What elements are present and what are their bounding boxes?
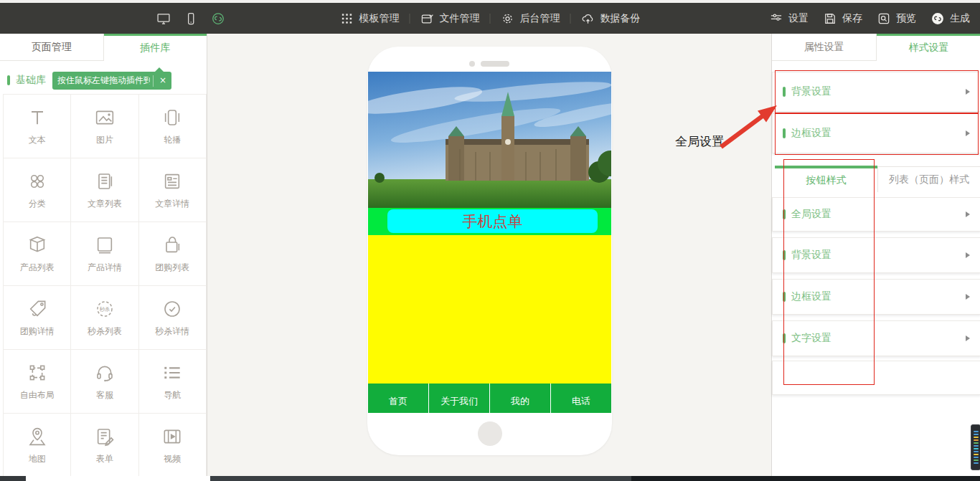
save-button[interactable]: 保存 (823, 11, 862, 26)
gear-icon (501, 11, 515, 26)
horizontal-scrollbar[interactable] (26, 476, 210, 481)
tab-attribute-settings[interactable]: 属性设置 (772, 34, 877, 61)
content-area-widget[interactable] (368, 235, 611, 384)
plugin-sidebar: 页面管理 插件库 基础库 按住鼠标左键拖动插件到页 × 文本 图片 轮播 (0, 34, 207, 476)
section-text-settings[interactable]: 文字设置 (772, 320, 980, 356)
tab-page-manage[interactable]: 页面管理 (0, 34, 104, 61)
plugin-item-video[interactable]: 视频 (139, 414, 207, 477)
free-layout-icon (26, 361, 49, 384)
plugin-item-image[interactable]: 图片 (71, 95, 138, 158)
action-label: 保存 (842, 12, 862, 25)
bottom-seg-gray (210, 476, 631, 481)
menu-file-manage[interactable]: 文件管理 (420, 11, 480, 26)
svg-text:秒杀: 秒杀 (100, 306, 110, 313)
plugin-item-article-list[interactable]: 文章列表 (71, 158, 138, 222)
chevron-right-icon (966, 252, 970, 258)
section-border-settings[interactable]: 边框设置 (772, 113, 980, 153)
plugin-item-seckill-list[interactable]: 秒杀 秒杀列表 (71, 286, 138, 350)
link-badge-icon[interactable] (211, 11, 225, 26)
seckill-detail-icon (161, 297, 184, 320)
nav-item-phone[interactable]: 电话 (550, 384, 611, 413)
section-background-settings[interactable]: 背景设置 (772, 72, 980, 112)
plugin-item-groupbuy-list[interactable]: 团购列表 (139, 222, 207, 286)
category-icon (26, 170, 49, 193)
tab-style-settings[interactable]: 样式设置 (877, 34, 980, 61)
green-bar-icon (783, 209, 786, 219)
mini-map-scrollbar[interactable] (971, 424, 980, 470)
image-icon (93, 106, 116, 129)
plugin-item-seckill-detail[interactable]: 秒杀详情 (139, 286, 207, 350)
section-global-settings[interactable]: 全局设置 (772, 197, 980, 232)
generate-button[interactable]: 生成 (930, 11, 970, 26)
section-button-background-settings[interactable]: 背景设置 (772, 237, 980, 273)
banner-image-widget[interactable] (368, 72, 611, 208)
menu-backend-manage[interactable]: 后台管理 (501, 11, 560, 26)
plugin-item-nav[interactable]: 导航 (139, 350, 207, 414)
plugin-item-map[interactable]: 地图 (4, 414, 71, 477)
phone-mockup: 手机点单 首页 关于我们 我的 电话 (367, 47, 612, 455)
save-icon (823, 11, 837, 26)
nav-item-mine[interactable]: 我的 (489, 384, 550, 413)
action-label: 生成 (950, 12, 970, 25)
cloud-upload-icon (581, 11, 595, 26)
top-toolbar: 模板管理 文件管理 后台管理 数据备份 (0, 3, 980, 34)
action-label: 设置 (788, 12, 809, 25)
parliament-photo (368, 72, 611, 208)
desktop-preview-icon[interactable] (156, 11, 171, 26)
nav-item-about[interactable]: 关于我们 (428, 384, 489, 413)
library-section-label: 基础库 (7, 74, 46, 87)
form-icon (93, 425, 116, 448)
mobile-preview-icon[interactable] (184, 11, 198, 26)
groupbuy-list-icon (161, 234, 184, 257)
design-canvas[interactable]: 手机点单 首页 关于我们 我的 电话 (207, 34, 771, 476)
file-icon (420, 11, 435, 26)
green-bar-icon (783, 128, 786, 138)
bottom-scrollbar-strip (0, 476, 980, 481)
grid-icon (340, 11, 354, 26)
title-bar-widget[interactable]: 手机点单 (368, 208, 611, 235)
toolbar-menu: 模板管理 文件管理 后台管理 数据备份 (340, 3, 641, 34)
sliders-icon (769, 11, 783, 26)
video-icon (161, 425, 184, 448)
page-title[interactable]: 手机点单 (387, 209, 598, 233)
menu-label: 文件管理 (440, 12, 480, 25)
tab-plugin-library[interactable]: 插件库 (104, 34, 207, 61)
action-label: 预览 (896, 12, 916, 25)
green-bar-icon (783, 292, 786, 302)
article-list-icon (93, 170, 116, 193)
tab-button-style[interactable]: 按钮样式 (775, 166, 877, 192)
green-bar-icon (783, 250, 786, 260)
settings-button[interactable]: 设置 (769, 11, 809, 26)
drag-hint-tooltip: 按住鼠标左键拖动插件到页 × (52, 72, 171, 90)
plugin-item-product-detail[interactable]: 产品详情 (71, 222, 138, 286)
plugin-item-product-list[interactable]: 产品列表 (4, 222, 71, 286)
menu-template-manage[interactable]: 模板管理 (340, 11, 400, 26)
section-empty (772, 361, 980, 395)
plugin-item-service[interactable]: 客服 (71, 350, 138, 414)
home-button-icon (478, 422, 502, 446)
bottom-nav-widget: 首页 关于我们 我的 电话 (368, 384, 611, 413)
menu-data-backup[interactable]: 数据备份 (581, 11, 641, 26)
text-icon (26, 106, 49, 129)
preview-button[interactable]: 预览 (877, 11, 916, 26)
camera-dot-icon (469, 61, 475, 67)
generate-icon (930, 11, 945, 26)
plugin-item-groupbuy-detail[interactable]: 团购详情 (4, 286, 71, 350)
sidebar-tabs: 页面管理 插件库 (0, 34, 207, 61)
plugin-item-free-layout[interactable]: 自由布局 (4, 350, 71, 414)
plugin-item-carousel[interactable]: 轮播 (139, 95, 207, 158)
tab-list-page-style[interactable]: 列表（页面）样式 (877, 166, 980, 192)
plugin-item-form[interactable]: 表单 (71, 414, 138, 477)
section-button-border-settings[interactable]: 边框设置 (772, 279, 980, 315)
plugin-item-article-detail[interactable]: 文章详情 (139, 158, 207, 222)
divider (570, 14, 571, 24)
menu-label: 数据备份 (600, 12, 641, 25)
plugin-item-category[interactable]: 分类 (4, 158, 71, 222)
nav-item-home[interactable]: 首页 (368, 384, 428, 413)
phone-screen: 手机点单 首页 关于我们 我的 电话 (368, 72, 611, 413)
settings-tabs: 属性设置 样式设置 (772, 34, 980, 61)
preview-icon (877, 11, 891, 26)
nav-list-icon (161, 361, 184, 384)
close-icon[interactable]: × (153, 75, 169, 87)
plugin-item-text[interactable]: 文本 (4, 95, 71, 158)
